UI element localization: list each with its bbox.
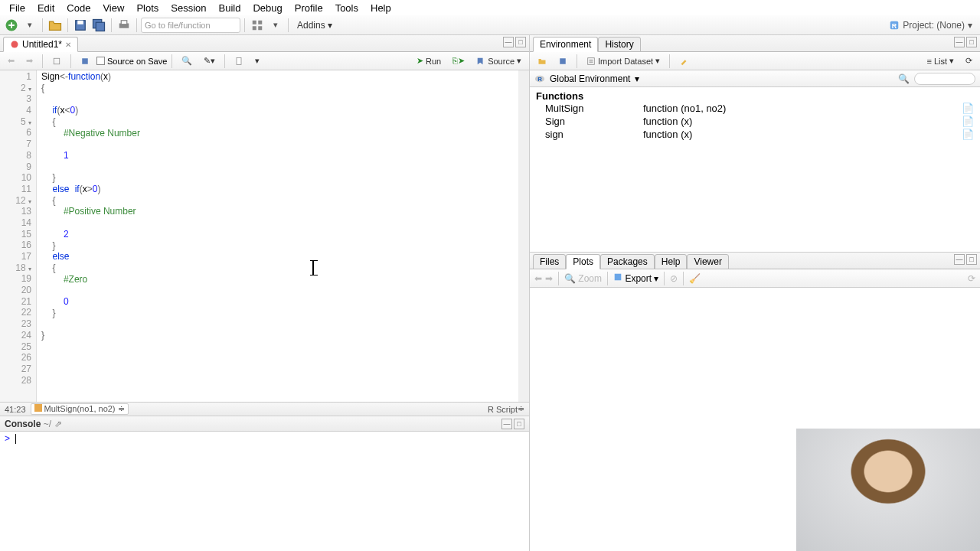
new-file-button[interactable] (3, 18, 20, 33)
save-source-button[interactable] (76, 54, 94, 68)
r-logo-icon: R (534, 73, 545, 84)
svg-rect-14 (54, 58, 60, 64)
svg-rect-22 (615, 274, 622, 281)
svg-rect-15 (82, 58, 88, 64)
svg-rect-8 (258, 20, 262, 24)
plots-minimize-button[interactable]: — (954, 254, 965, 265)
console-path-icon[interactable]: ⇗ (54, 419, 62, 429)
menu-file[interactable]: File (3, 2, 31, 14)
plots-tab[interactable]: Plots (566, 254, 600, 269)
env-search-input[interactable] (914, 73, 975, 85)
menu-view[interactable]: View (96, 2, 130, 14)
svg-rect-4 (96, 22, 104, 31)
minimize-pane-button[interactable]: — (503, 37, 514, 47)
plot-prev-button[interactable]: ⬅ (534, 273, 542, 284)
console-minimize-button[interactable]: — (501, 419, 512, 429)
history-tab[interactable]: History (598, 37, 640, 52)
svg-rect-9 (253, 26, 256, 30)
menu-code[interactable]: Code (60, 2, 96, 14)
export-button[interactable]: Export ▾ (613, 272, 658, 284)
env-row[interactable]: signfunction (x)📄 (536, 128, 974, 141)
plots-maximize-button[interactable]: □ (966, 254, 977, 265)
main-toolbar: ▾ Go to file/function ▾ Addins ▾ R Proje… (0, 15, 980, 35)
addins-menu[interactable]: Addins ▾ (292, 20, 337, 31)
view-mode-list[interactable]: ≡ List ▾ (922, 54, 959, 68)
environment-list: Functions MultSignfunction (no1, no2)📄Si… (530, 87, 980, 252)
back-button[interactable]: ⬅ (3, 54, 19, 68)
source-button[interactable]: Source ▾ (472, 54, 526, 68)
svg-rect-7 (253, 20, 256, 24)
compile-report-button[interactable] (230, 54, 248, 68)
packages-tab[interactable]: Packages (600, 254, 655, 269)
compile-dropdown[interactable]: ▾ (250, 54, 264, 68)
import-dataset-button[interactable]: Import Dataset ▾ (582, 54, 665, 68)
env-section-heading: Functions (536, 90, 974, 102)
print-button[interactable] (116, 18, 132, 33)
webcam-overlay (796, 429, 980, 551)
source-on-save-checkbox[interactable] (96, 57, 105, 65)
vertical-scrollbar[interactable] (518, 70, 529, 402)
console-maximize-button[interactable]: □ (514, 419, 524, 429)
svg-rect-18 (560, 58, 566, 64)
menu-tools[interactable]: Tools (329, 2, 364, 14)
source-on-save-label: Source on Save (107, 57, 167, 66)
svg-point-13 (11, 41, 18, 48)
run-button[interactable]: ➤Run (412, 54, 446, 68)
code-editor[interactable]: Sign<-function(x) { if(x<0) { #Negative … (37, 70, 518, 402)
env-minimize-button[interactable]: — (954, 37, 965, 47)
forward-button[interactable]: ➡ (21, 54, 38, 68)
plots-refresh-button[interactable]: ⟳ (968, 273, 975, 284)
svg-rect-16 (237, 57, 241, 64)
language-mode[interactable]: R Script (488, 405, 518, 414)
clear-all-plots-button[interactable]: 🧹 (689, 273, 701, 284)
refresh-env-button[interactable]: ⟳ (961, 54, 977, 68)
environment-scope[interactable]: Global Environment (550, 73, 630, 84)
viewer-tab[interactable]: Viewer (687, 254, 728, 269)
menu-build[interactable]: Build (213, 2, 247, 14)
find-button[interactable]: 🔍 (177, 54, 197, 68)
remove-plot-button[interactable]: ⊘ (670, 273, 678, 284)
clear-workspace-button[interactable] (675, 54, 693, 68)
grid-view-button[interactable] (249, 18, 266, 33)
menu-bar: File Edit Code View Plots Session Build … (0, 0, 980, 15)
svg-rect-6 (121, 20, 127, 24)
grid-dropdown[interactable]: ▾ (267, 18, 284, 33)
new-project-button[interactable]: ▾ (21, 18, 38, 33)
search-icon: 🔍 (898, 73, 910, 84)
save-workspace-button[interactable] (554, 54, 572, 68)
environment-pane: Environment History — □ Import Dataset ▾… (530, 35, 980, 253)
show-in-new-window-button[interactable] (47, 54, 66, 68)
function-breadcrumb[interactable]: MultSign(no1, no2) ≑ (31, 403, 129, 415)
source-pane: Untitled1* ✕ — □ ⬅ ➡ Source on Save 🔍 (0, 35, 529, 416)
load-workspace-button[interactable] (533, 54, 551, 68)
source-tab[interactable]: Untitled1* ✕ (3, 37, 78, 52)
console-input[interactable]: > (0, 432, 529, 551)
console-title: Console (5, 419, 41, 429)
open-file-button[interactable] (47, 18, 64, 33)
close-tab-button[interactable]: ✕ (65, 41, 71, 49)
menu-plots[interactable]: Plots (130, 2, 165, 14)
menu-help[interactable]: Help (364, 2, 397, 14)
svg-rect-2 (77, 20, 83, 24)
rerun-button[interactable]: ⎘➤ (448, 54, 469, 68)
env-maximize-button[interactable]: □ (966, 37, 977, 47)
files-tab[interactable]: Files (533, 254, 566, 269)
env-row[interactable]: MultSignfunction (no1, no2)📄 (536, 102, 974, 115)
svg-text:R: R (537, 75, 542, 82)
goto-file-function-input[interactable]: Go to file/function (141, 18, 240, 33)
zoom-button[interactable]: 🔍 Zoom (564, 273, 602, 284)
menu-debug[interactable]: Debug (247, 2, 288, 14)
menu-session[interactable]: Session (165, 2, 212, 14)
plot-next-button[interactable]: ➡ (545, 273, 553, 284)
svg-text:R: R (892, 21, 897, 29)
menu-profile[interactable]: Profile (289, 2, 329, 14)
project-menu[interactable]: R Project: (None) ▾ (889, 20, 977, 31)
help-tab[interactable]: Help (655, 254, 688, 269)
wand-button[interactable]: ✎▾ (199, 54, 220, 68)
env-row[interactable]: Signfunction (x)📄 (536, 115, 974, 128)
save-button[interactable] (72, 18, 89, 33)
environment-tab[interactable]: Environment (533, 37, 598, 52)
maximize-pane-button[interactable]: □ (515, 37, 526, 47)
menu-edit[interactable]: Edit (31, 2, 60, 14)
save-all-button[interactable] (90, 18, 107, 33)
